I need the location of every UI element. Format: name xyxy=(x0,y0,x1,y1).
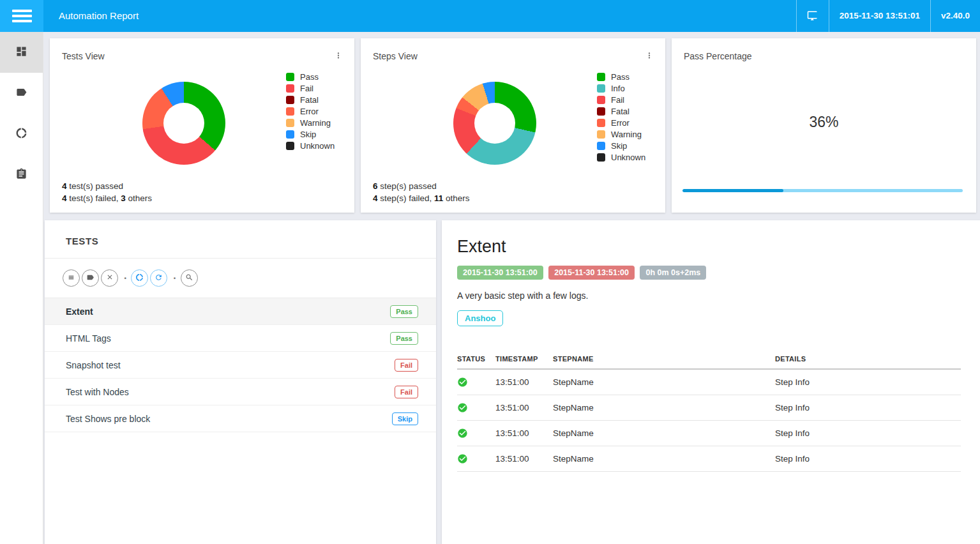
legend-swatch xyxy=(286,130,294,139)
tests-panel: TESTS · · ExtentPassHTML TagsPa xyxy=(45,220,436,544)
app-version: v2.40.0 xyxy=(930,0,980,32)
sidebar xyxy=(0,32,43,544)
pass-percentage-title: Pass Percentage xyxy=(684,51,752,61)
legend-swatch xyxy=(597,107,605,116)
legend-item: Skip xyxy=(286,128,335,140)
tests-summary: 4 test(s) passed 4 test(s) failed, 3 oth… xyxy=(62,180,152,204)
sidebar-item-categories[interactable] xyxy=(0,73,43,114)
legend-item: Fail xyxy=(286,82,335,94)
refresh-button[interactable] xyxy=(150,269,167,287)
test-detail-panel: Extent 2015-11-30 13:51:00 2015-11-30 13… xyxy=(442,220,980,544)
table-header-details: DETAILS xyxy=(775,350,961,369)
tests-toolbar: · · xyxy=(45,259,436,298)
log-table-row: 13:51:00StepNameStep Info xyxy=(457,446,961,472)
legend-swatch xyxy=(597,73,605,81)
legend-swatch xyxy=(286,142,294,150)
log-timestamp: 13:51:00 xyxy=(495,395,553,421)
duration-badge: 0h 0m 0s+2ms xyxy=(640,266,706,280)
sidebar-item-dashboard[interactable] xyxy=(0,32,43,73)
table-header-timestamp: TIMESTAMP xyxy=(495,350,553,369)
legend-label: Unknown xyxy=(611,153,645,162)
table-header-stepname: STEPNAME xyxy=(553,350,775,369)
legend-swatch xyxy=(286,119,294,127)
legend-label: Unknown xyxy=(300,141,335,151)
category-filter-button[interactable] xyxy=(82,269,99,287)
tests-view-title: Tests View xyxy=(62,51,105,61)
log-details: Step Info xyxy=(775,395,961,421)
kebab-menu-icon[interactable] xyxy=(331,51,345,63)
tests-view-card: Tests View PassFailFatalErrorWarningSkip… xyxy=(50,38,354,213)
steps-log-table: STATUSTIMESTAMPSTEPNAMEDETAILS 13:51:00S… xyxy=(457,350,961,472)
legend-item: Error xyxy=(597,117,645,128)
search-button[interactable] xyxy=(181,269,198,287)
category-icon xyxy=(86,273,94,283)
hamburger-icon xyxy=(12,10,32,12)
legend-swatch xyxy=(597,119,605,127)
legend-label: Warning xyxy=(611,130,642,139)
pass-percentage-fill xyxy=(682,189,783,192)
test-list-item[interactable]: Test with NodesFail xyxy=(45,379,436,405)
legend-label: Skip xyxy=(300,130,316,139)
category-chip[interactable]: Anshoo xyxy=(457,310,503,326)
clear-filter-button[interactable] xyxy=(101,269,118,287)
check-circle-icon xyxy=(457,428,468,439)
test-list-item[interactable]: Test Shows pre blockSkip xyxy=(45,405,436,432)
app-title: Automation Report xyxy=(59,0,139,32)
test-status-badge: Fail xyxy=(395,359,418,372)
legend-item: Fail xyxy=(597,94,645,105)
legend-swatch xyxy=(597,142,605,150)
legend-item: Fatal xyxy=(286,94,335,105)
menu-button[interactable] xyxy=(0,0,43,32)
test-name: HTML Tags xyxy=(66,333,111,344)
log-timestamp: 13:51:00 xyxy=(495,421,553,446)
legend-item: Skip xyxy=(597,140,645,151)
legend-item: Fatal xyxy=(597,105,645,117)
legend-swatch xyxy=(597,96,605,104)
legend-label: Fatal xyxy=(300,95,319,105)
legend-label: Warning xyxy=(300,118,331,128)
legend-label: Fatal xyxy=(611,107,629,116)
table-header-status: STATUS xyxy=(457,350,495,369)
log-table-row: 13:51:00StepNameStep Info xyxy=(457,369,961,395)
end-time-badge: 2015-11-30 13:51:00 xyxy=(548,266,635,280)
kebab-menu-icon[interactable] xyxy=(642,51,656,63)
legend-swatch xyxy=(597,153,605,162)
legend-item: Warning xyxy=(597,128,645,140)
sidebar-item-tests[interactable] xyxy=(0,155,43,195)
test-name: Test Shows pre block xyxy=(66,414,150,424)
legend-swatch xyxy=(286,73,294,81)
steps-legend: PassInfoFailFatalErrorWarningSkipUnknown xyxy=(597,71,645,163)
steps-view-title: Steps View xyxy=(373,51,418,61)
steps-summary: 6 step(s) passed 4 step(s) failed, 11 ot… xyxy=(373,180,470,204)
legend-item: Warning xyxy=(286,117,335,128)
log-table-row: 13:51:00StepNameStep Info xyxy=(457,395,961,421)
legend-label: Error xyxy=(611,118,629,128)
dashboard-toggle-button[interactable] xyxy=(131,269,148,287)
legend-label: Fail xyxy=(611,95,624,105)
test-list-item[interactable]: Snapshot testFail xyxy=(45,352,436,379)
log-timestamp: 13:51:00 xyxy=(495,446,553,472)
log-table-row: 13:51:00StepNameStep Info xyxy=(457,421,961,446)
test-name: Extent xyxy=(66,306,93,317)
tests-legend: PassFailFatalErrorWarningSkipUnknown xyxy=(286,71,335,151)
detail-title: Extent xyxy=(457,237,961,257)
dashboard-cards-row: Tests View PassFailFatalErrorWarningSkip… xyxy=(50,38,976,213)
donut-icon xyxy=(15,127,27,142)
filter-button[interactable] xyxy=(63,269,80,287)
sidebar-item-charts[interactable] xyxy=(0,114,43,155)
legend-swatch xyxy=(286,107,294,116)
clear-icon xyxy=(106,273,114,283)
tests-donut-chart xyxy=(142,82,225,165)
log-timestamp: 13:51:00 xyxy=(495,369,553,395)
test-status-badge: Fail xyxy=(395,386,418,398)
start-time-badge: 2015-11-30 13:51:00 xyxy=(457,266,543,280)
log-details: Step Info xyxy=(775,369,961,395)
legend-label: Skip xyxy=(611,141,627,151)
detail-description: A very basic step with a few logs. xyxy=(457,291,961,301)
dashboard-toggle-icon xyxy=(135,273,144,283)
log-stepname: StepName xyxy=(553,369,775,395)
test-list-item[interactable]: HTML TagsPass xyxy=(45,325,436,352)
display-mode-button[interactable] xyxy=(796,0,829,32)
test-list-item[interactable]: ExtentPass xyxy=(45,298,436,325)
legend-item: Pass xyxy=(597,71,645,82)
